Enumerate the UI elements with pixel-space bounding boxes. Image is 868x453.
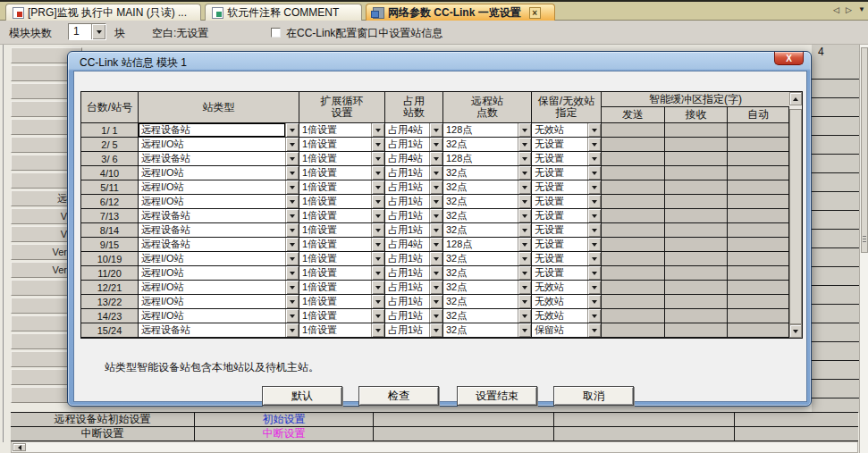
- cell-buffer-send[interactable]: [602, 309, 665, 323]
- dropdown-button[interactable]: [518, 309, 531, 323]
- cell-station-type[interactable]: 远程设备站: [139, 209, 299, 222]
- cell-occupied-stations[interactable]: 占用1站: [385, 195, 443, 208]
- cell-remote-points[interactable]: 128点: [443, 123, 532, 137]
- dropdown-button[interactable]: [587, 238, 601, 251]
- cell-expanded-cyclic[interactable]: 1倍设置: [299, 252, 385, 265]
- cell-station-type[interactable]: 远程设备站: [139, 152, 299, 165]
- cell-reserve-invalid[interactable]: 无效站: [532, 295, 602, 308]
- cell-buffer-auto[interactable]: [728, 138, 789, 151]
- dropdown-button[interactable]: [587, 295, 601, 308]
- cell-buffer-auto[interactable]: [728, 266, 789, 280]
- cell-reserve-invalid[interactable]: 无设置: [532, 138, 602, 151]
- cell-remote-points[interactable]: 128点: [443, 238, 532, 251]
- cell-buffer-send[interactable]: [602, 209, 665, 222]
- cell-buffer-receive[interactable]: [665, 152, 728, 165]
- dropdown-button[interactable]: [285, 266, 299, 280]
- dropdown-button[interactable]: [371, 295, 384, 308]
- cell-occupied-stations[interactable]: 占用1站: [385, 138, 443, 151]
- dropdown-button[interactable]: [518, 195, 531, 208]
- cell-expanded-cyclic[interactable]: 1倍设置: [299, 166, 385, 180]
- cell-buffer-send[interactable]: [602, 180, 665, 194]
- table-scrollbar[interactable]: [789, 92, 802, 338]
- cancel-button[interactable]: 取消: [553, 386, 634, 406]
- cell-station-type[interactable]: 远程I/O站: [139, 252, 299, 265]
- cell-remote-points[interactable]: 32点: [443, 166, 532, 180]
- dropdown-button[interactable]: [371, 195, 384, 208]
- cell-buffer-receive[interactable]: [665, 223, 728, 237]
- dropdown-button[interactable]: [285, 123, 299, 137]
- cell-buffer-auto[interactable]: [728, 180, 789, 194]
- cell-buffer-receive[interactable]: [665, 309, 728, 323]
- cell-buffer-receive[interactable]: [665, 180, 728, 194]
- cell-station-type[interactable]: 远程I/O站: [139, 266, 299, 280]
- cell-remote-points[interactable]: 32点: [443, 323, 532, 337]
- dropdown-button[interactable]: [518, 281, 531, 294]
- cell-buffer-receive[interactable]: [665, 209, 728, 222]
- dropdown-button[interactable]: [285, 281, 299, 294]
- dropdown-button[interactable]: [587, 223, 601, 237]
- dropdown-button[interactable]: [429, 309, 442, 323]
- dropdown-button[interactable]: [429, 238, 442, 251]
- dropdown-button[interactable]: [371, 166, 384, 180]
- dropdown-button[interactable]: [371, 138, 384, 151]
- cell-buffer-receive[interactable]: [665, 295, 728, 308]
- dropdown-button[interactable]: [429, 323, 442, 337]
- tab-scroll-left-icon[interactable]: ◁: [833, 5, 839, 14]
- cell-buffer-receive[interactable]: [665, 138, 728, 151]
- cell-remote-points[interactable]: 32点: [443, 252, 532, 265]
- dropdown-button[interactable]: [285, 180, 299, 194]
- cell-buffer-send[interactable]: [602, 138, 665, 151]
- cell-reserve-invalid[interactable]: 无设置: [532, 266, 602, 280]
- cell-occupied-stations[interactable]: 占用1站: [385, 295, 443, 308]
- dropdown-button[interactable]: [518, 138, 531, 151]
- cell-buffer-send[interactable]: [602, 295, 665, 308]
- dropdown-button[interactable]: [429, 152, 442, 165]
- horizontal-scrollbar[interactable]: [11, 441, 858, 453]
- dropdown-button[interactable]: [587, 309, 601, 323]
- cell-buffer-auto[interactable]: [728, 152, 789, 165]
- dropdown-button[interactable]: [429, 266, 442, 280]
- cell-reserve-invalid[interactable]: 无设置: [532, 195, 602, 208]
- cell-expanded-cyclic[interactable]: 1倍设置: [299, 138, 385, 151]
- interrupt-setting-link[interactable]: 中断设置: [195, 427, 374, 440]
- dropdown-button[interactable]: [587, 209, 601, 222]
- dropdown-button[interactable]: [518, 238, 531, 251]
- cell-occupied-stations[interactable]: 占用1站: [385, 323, 443, 337]
- dropdown-button[interactable]: [285, 195, 299, 208]
- cell-expanded-cyclic[interactable]: 1倍设置: [299, 266, 385, 280]
- tab-list-icon[interactable]: ▼: [858, 5, 865, 13]
- cell-reserve-invalid[interactable]: 无设置: [532, 166, 602, 180]
- dropdown-button[interactable]: [285, 309, 299, 323]
- cell-buffer-auto[interactable]: [728, 123, 789, 137]
- cell-buffer-send[interactable]: [602, 166, 665, 180]
- cell-buffer-receive[interactable]: [665, 323, 728, 337]
- cell-occupied-stations[interactable]: 占用1站: [385, 223, 443, 237]
- cell-buffer-send[interactable]: [602, 238, 665, 251]
- cell-buffer-auto[interactable]: [728, 223, 789, 237]
- dropdown-button[interactable]: [371, 123, 384, 137]
- cell-remote-points[interactable]: 32点: [443, 223, 532, 237]
- cell-station-type[interactable]: 远程设备站: [139, 323, 299, 337]
- dropdown-button[interactable]: [285, 138, 299, 151]
- cell-station-type[interactable]: 远程设备站: [139, 223, 299, 237]
- cell-station-type[interactable]: 远程I/O站: [139, 166, 299, 180]
- cell-remote-points[interactable]: 32点: [443, 195, 532, 208]
- cell-reserve-invalid[interactable]: 保留站: [532, 323, 602, 337]
- dropdown-button[interactable]: [587, 252, 601, 265]
- cell-buffer-auto[interactable]: [728, 166, 789, 180]
- cell-buffer-receive[interactable]: [665, 166, 728, 180]
- chevron-down-icon[interactable]: [91, 24, 105, 39]
- dropdown-button[interactable]: [371, 152, 384, 165]
- cell-occupied-stations[interactable]: 占用4站: [385, 152, 443, 165]
- cell-buffer-auto[interactable]: [728, 323, 789, 337]
- cell-remote-points[interactable]: 32点: [443, 138, 532, 151]
- tab-prg-monitor[interactable]: [PRG]监视 执行中 MAIN (只读) ...: [5, 4, 201, 21]
- cell-reserve-invalid[interactable]: 无效站: [532, 309, 602, 323]
- cell-buffer-send[interactable]: [602, 195, 665, 208]
- cell-reserve-invalid[interactable]: 无设置: [532, 223, 602, 237]
- cell-station-type[interactable]: 远程I/O站: [139, 309, 299, 323]
- cell-expanded-cyclic[interactable]: 1倍设置: [299, 323, 385, 337]
- scroll-down-icon[interactable]: [789, 324, 802, 338]
- cell-expanded-cyclic[interactable]: 1倍设置: [299, 180, 385, 194]
- cell-occupied-stations[interactable]: 占用1站: [385, 180, 443, 194]
